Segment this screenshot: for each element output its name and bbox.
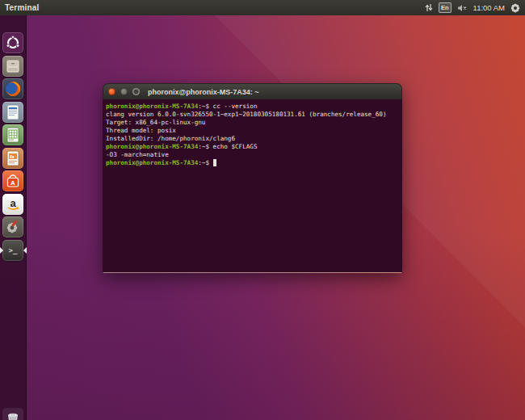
calc-spreadsheet-icon	[6, 127, 20, 143]
system-settings-launcher[interactable]	[2, 216, 23, 237]
terminal-window: phoronix@phoronix-MS-7A34: ~ phoronix@ph…	[103, 83, 402, 273]
libreoffice-calc-launcher[interactable]	[2, 124, 23, 145]
terminal-line: InstalledDir: /home/phoronix/clang6	[106, 135, 399, 143]
ubuntu-software-launcher[interactable]: A	[2, 170, 23, 191]
active-app-name[interactable]: Terminal	[5, 3, 40, 12]
amazon-icon: a	[5, 196, 21, 212]
focused-indicator-arrow	[23, 247, 27, 254]
volume-muted-icon[interactable]	[457, 4, 468, 12]
trash-bucket-icon	[5, 410, 21, 420]
terminal-line: phoronix@phoronix-MS-7A34:~$	[106, 159, 399, 167]
top-menu-bar: Terminal En 11:00 AM	[0, 0, 525, 15]
svg-text:A: A	[10, 179, 15, 187]
settings-gear-icon	[5, 219, 21, 235]
amazon-launcher[interactable]: a	[2, 194, 23, 215]
clock[interactable]: 11:00 AM	[473, 3, 505, 12]
terminal-line: phoronix@phoronix-MS-7A34:~$ cc --versio…	[106, 103, 399, 111]
terminal-line: phoronix@phoronix-MS-7A34:~$ echo $CFLAG…	[106, 143, 399, 151]
unity-launcher: A a >_	[0, 15, 27, 420]
network-arrows-icon[interactable]	[425, 3, 433, 12]
files-launcher[interactable]	[2, 56, 23, 77]
window-titlebar[interactable]: phoronix@phoronix-MS-7A34: ~	[103, 83, 402, 99]
terminal-line: -O3 -march=native	[106, 151, 399, 159]
firefox-icon	[4, 80, 22, 98]
terminal-prompt-icon: >_	[9, 246, 18, 254]
software-bag-icon: A	[5, 173, 21, 189]
ubuntu-logo-icon	[5, 35, 21, 51]
terminal-line: clang version 6.0.0-svn326550-1~exp1~201…	[106, 111, 399, 119]
terminal-launcher[interactable]: >_	[2, 240, 23, 261]
terminal-line: Thread model: posix	[106, 127, 399, 135]
window-maximize-button[interactable]	[132, 88, 140, 95]
libreoffice-impress-launcher[interactable]	[2, 148, 23, 169]
window-close-button[interactable]	[108, 88, 116, 95]
terminal-content[interactable]: phoronix@phoronix-MS-7A34:~$ cc --versio…	[103, 99, 402, 272]
libreoffice-writer-launcher[interactable]	[2, 102, 23, 123]
trash-launcher[interactable]	[2, 408, 23, 420]
indicator-tray: En 11:00 AM	[425, 2, 520, 13]
impress-presentation-icon	[6, 150, 20, 166]
terminal-lines: phoronix@phoronix-MS-7A34:~$ cc --versio…	[106, 103, 399, 167]
svg-text:a: a	[10, 197, 16, 209]
session-gear-icon[interactable]	[510, 3, 520, 13]
running-indicator-arrow	[0, 247, 3, 254]
prompt-user-host: phoronix@phoronix-MS-7A34	[106, 103, 198, 110]
writer-document-icon	[6, 104, 20, 120]
keyboard-layout-indicator[interactable]: En	[439, 2, 452, 13]
terminal-cursor	[213, 159, 217, 166]
window-minimize-button[interactable]	[120, 88, 128, 95]
desktop: Terminal En 11:00 AM	[0, 0, 525, 420]
ubuntu-dash-button[interactable]	[2, 32, 23, 53]
file-cabinet-icon	[5, 58, 21, 74]
window-title: phoronix@phoronix-MS-7A34: ~	[148, 88, 259, 96]
prompt-user-host: phoronix@phoronix-MS-7A34	[106, 159, 198, 166]
prompt-user-host: phoronix@phoronix-MS-7A34	[106, 143, 198, 150]
firefox-launcher[interactable]	[2, 78, 23, 99]
terminal-line: Target: x86_64-pc-linux-gnu	[106, 119, 399, 127]
